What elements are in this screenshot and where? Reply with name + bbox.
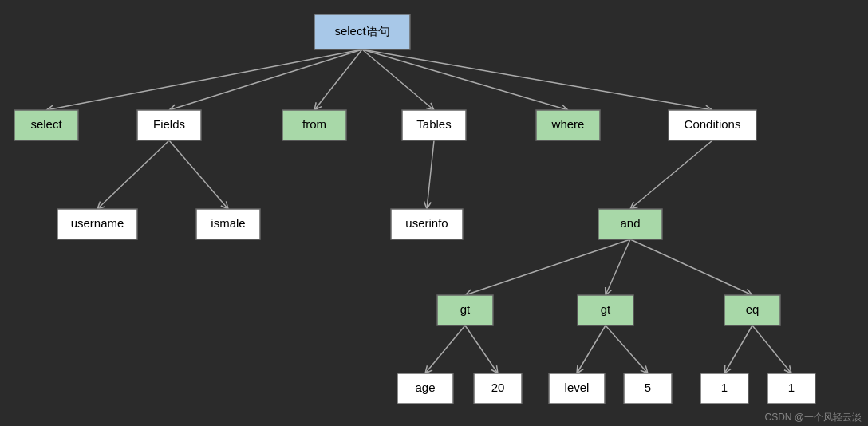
from-node xyxy=(282,110,346,140)
root-node xyxy=(314,14,410,49)
conditions-node xyxy=(669,110,756,140)
userinfo-node xyxy=(391,209,463,239)
tables-node xyxy=(402,110,466,140)
one2-node xyxy=(767,373,815,404)
and-node xyxy=(598,209,662,239)
twenty-node xyxy=(474,373,522,404)
gt1-node xyxy=(437,295,493,325)
ismale-node xyxy=(196,209,260,239)
where-node xyxy=(536,110,600,140)
eq-node xyxy=(724,295,780,325)
select-node xyxy=(14,110,78,140)
level-node xyxy=(549,373,605,404)
one1-node xyxy=(700,373,748,404)
five-node xyxy=(624,373,672,404)
age-node xyxy=(397,373,453,404)
gt2-node xyxy=(578,295,633,325)
username-node xyxy=(57,209,137,239)
fields-node xyxy=(137,110,201,140)
